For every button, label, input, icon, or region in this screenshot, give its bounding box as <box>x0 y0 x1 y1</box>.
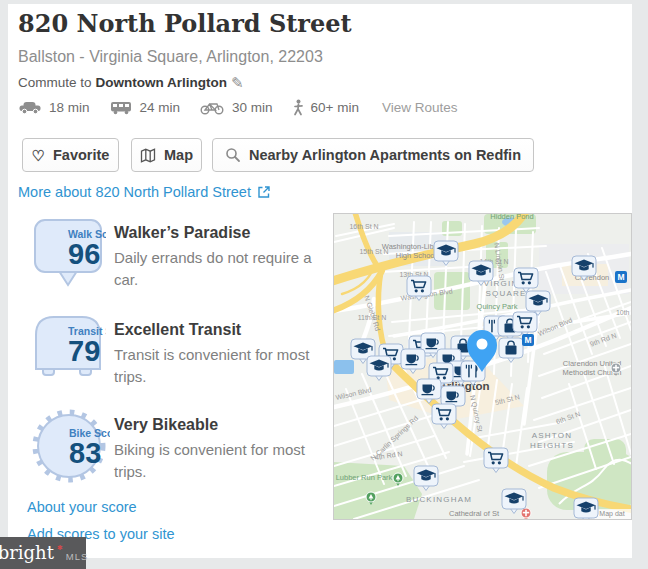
map-label: HEIGHTS <box>530 441 574 450</box>
map-label: SQUARE <box>486 289 527 298</box>
more-about-text: More about 820 North Pollard Street <box>18 184 251 200</box>
nearby-apartments-button[interactable]: Nearby Arlington Apartments on Redfin <box>212 138 534 172</box>
commute-times-row: 18 min 24 min 30 min <box>18 99 458 116</box>
bus-commute: 24 min <box>109 100 181 115</box>
map-label: BUCKINGHAM <box>406 495 472 504</box>
map-icon <box>140 148 156 163</box>
transit-score-description: Transit is convenient for most trips. <box>114 344 332 388</box>
walk-score-heading: Walker’s Paradise <box>114 224 332 242</box>
neighborhood-map[interactable]: Hidden Pond16th St N15th St N13th St N14… <box>333 213 632 520</box>
address-subtitle: Ballston - Virginia Square, Arlington, 2… <box>18 48 323 66</box>
car-icon <box>18 100 42 115</box>
map-label: Cathedral of St <box>449 509 500 518</box>
map-label: Map <box>164 147 193 163</box>
bike-score-badge-icon: Bike Score 83 <box>30 408 110 484</box>
favorite-label: Favorite <box>53 147 109 163</box>
map-attribution: Map dat <box>599 510 624 518</box>
edit-pencil-icon[interactable]: ✎ <box>231 75 244 90</box>
bike-time: 30 min <box>232 100 273 115</box>
bike-score-description: Biking is convenient for most trips. <box>114 439 332 483</box>
map-label: 10th S <box>616 309 631 316</box>
bike-score-heading: Very Bikeable <box>114 416 332 434</box>
transit-score-heading: Excellent Transit <box>114 321 332 339</box>
bus-time: 24 min <box>140 100 181 115</box>
grad-marker-icon[interactable] <box>574 498 598 519</box>
transit-score-badge-icon: Transit Score 79 <box>30 313 106 381</box>
bike-icon <box>199 100 225 115</box>
svg-text:M: M <box>617 272 624 282</box>
car-commute: 18 min <box>18 100 90 115</box>
logo-star-icon: ✱ <box>57 544 63 552</box>
bus-icon <box>109 100 133 115</box>
map-label: Quincy Park <box>477 302 518 311</box>
page-title: 820 North Pollard Street <box>18 9 352 38</box>
listing-card: 820 North Pollard Street Ballston - Virg… <box>8 4 632 558</box>
transit-score-value: 79 <box>68 335 100 367</box>
map-label: High School <box>396 251 437 260</box>
commute-destination: Downtown Arlington <box>96 75 227 90</box>
map-label: 16th St N <box>349 223 378 230</box>
bright-mls-suffix: MLS <box>66 551 89 562</box>
bright-mls-logo: bright ✱ MLS <box>0 537 86 569</box>
walk-score-description: Daily errands do not require a car. <box>114 247 332 291</box>
bike-commute: 30 min <box>199 100 273 115</box>
about-your-score-link[interactable]: About your score <box>27 499 137 515</box>
external-link-icon <box>257 185 271 199</box>
bike-score-value: 83 <box>69 437 101 469</box>
view-routes-link[interactable]: View Routes <box>382 100 458 115</box>
bright-mls-brand: bright <box>0 544 54 562</box>
more-about-link[interactable]: More about 820 North Pollard Street <box>18 184 271 200</box>
svg-text:M: M <box>524 335 531 345</box>
walk-score-value: 96 <box>68 238 100 270</box>
walk-score-badge-icon: Walk Score 96 <box>30 216 106 290</box>
car-time: 18 min <box>49 100 90 115</box>
map-label: Lubber Run Park <box>336 473 393 482</box>
map-label: Hidden Pond <box>490 214 533 221</box>
heart-icon: ♡ <box>32 148 45 163</box>
walk-commute: 60+ min <box>292 99 359 116</box>
metro-station-icon: M <box>522 334 534 346</box>
commute-line: Commute to Downtown Arlington ✎ <box>18 75 244 90</box>
metro-station-icon: M <box>615 271 627 283</box>
walk-time: 60+ min <box>311 100 359 115</box>
commute-prefix: Commute to <box>18 75 92 90</box>
map-label: ASHTON <box>532 431 572 440</box>
favorite-button[interactable]: ♡ Favorite <box>22 138 119 172</box>
search-icon <box>225 147 241 163</box>
map-button[interactable]: Map <box>131 138 202 172</box>
nearby-label: Nearby Arlington Apartments on Redfin <box>249 147 521 163</box>
walk-icon <box>292 99 304 116</box>
